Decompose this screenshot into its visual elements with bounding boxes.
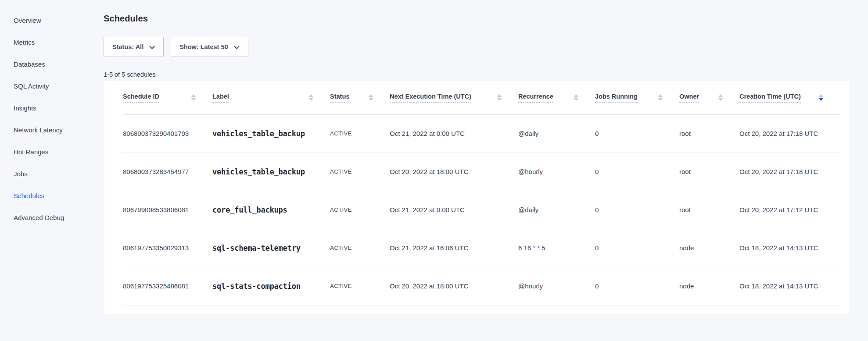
cell-label: sql-stats-compaction [212,267,330,305]
table-row[interactable]: 806800373290401793 vehicles_table_backup… [123,114,840,153]
results-count: 1-5 of 5 schedules [104,71,849,78]
column-header-next-execution-time: Next Execution Time (UTC) [390,81,518,114]
column-header-recurrence: Recurrence [518,81,595,114]
sidebar-item-label: Databases [14,60,45,68]
sidebar-item-label: Jobs [14,170,28,178]
status-filter-label: Status: All [112,43,143,50]
column-label-label[interactable]: Label [212,93,229,103]
cell-jobs-running: 0 [595,229,679,267]
table-body: 806800373290401793 vehicles_table_backup… [123,114,840,305]
table-row[interactable]: 806197753350029313 sql-schema-telemetry … [123,229,840,267]
cell-creation-time: Oct 20, 2022 at 17:18 UTC [739,114,840,153]
cell-label: core_full_backups [212,191,330,229]
cell-recurrence: @hourly [518,267,595,305]
sidebar-item-label: Advanced Debug [14,214,64,221]
show-limit-label: Show: Latest 50 [179,43,228,50]
cell-owner: node [679,267,739,305]
sort-icon[interactable] [309,94,313,101]
column-label-schedule-id[interactable]: Schedule ID [123,93,159,103]
sidebar-item[interactable]: Jobs [0,163,104,185]
sidebar-item-label: SQL Activity [14,82,49,90]
sidebar-item[interactable]: Hot Ranges [0,141,104,163]
cell-owner: node [679,229,739,267]
sidebar-item[interactable]: Schedules [0,185,104,206]
sort-icon[interactable] [574,94,578,101]
cell-jobs-running: 0 [595,114,679,153]
sidebar-nav: Overview Metrics Databases SQL Activity … [0,0,104,341]
cell-schedule-id: 806799098533806081 [123,191,212,229]
cell-recurrence: 6 16 * * 5 [518,229,595,267]
cell-owner: root [679,191,739,229]
cell-next-execution-time: Oct 21, 2022 at 0:00 UTC [390,114,518,153]
sidebar-item[interactable]: SQL Activity [0,75,104,97]
column-label-recurrence[interactable]: Recurrence [518,93,553,103]
show-limit-dropdown[interactable]: Show: Latest 50 [171,37,248,57]
sidebar-item-label: Metrics [14,39,35,46]
column-label-jobs-running[interactable]: Jobs Running [595,93,638,103]
cell-status: ACTIVE [330,229,390,267]
column-header-status: Status [330,81,390,114]
sidebar-item-label: Hot Ranges [14,148,48,156]
cell-jobs-running: 0 [595,267,679,305]
cell-next-execution-time: Oct 20, 2022 at 18:00 UTC [390,267,518,305]
sidebar-item[interactable]: Overview [0,9,104,31]
cell-label: vehicles_table_backup [212,114,330,153]
cell-status: ACTIVE [330,153,390,191]
cell-owner: root [679,114,739,153]
cell-recurrence: @hourly [518,153,595,191]
column-header-creation-time: Creation Time (UTC) [739,81,840,114]
filters-bar: Status: All Show: Latest 50 [104,37,849,57]
column-label-creation-time[interactable]: Creation Time (UTC) [739,93,801,103]
table-row[interactable]: 806197753325486081 sql-stats-compaction … [123,267,840,305]
table-row[interactable]: 806799098533806081 core_full_backups ACT… [123,191,840,229]
sidebar-item[interactable]: Advanced Debug [0,206,104,228]
sidebar-item[interactable]: Network Latency [0,119,104,141]
cell-jobs-running: 0 [595,153,679,191]
cell-schedule-id: 806197753325486081 [123,267,212,305]
chevron-down-icon [234,46,240,50]
column-header-label: Label [212,81,330,114]
sidebar-item-label: Network Latency [14,126,63,134]
cell-creation-time: Oct 18, 2022 at 14:13 UTC [739,267,840,305]
main-content: Schedules Status: All Show: Latest 50 1-… [104,0,868,341]
cell-next-execution-time: Oct 21, 2022 at 0:00 UTC [390,191,518,229]
sidebar-item-label: Insights [14,104,36,112]
cell-schedule-id: 806197753350029313 [123,229,212,267]
sidebar-item[interactable]: Insights [0,97,104,119]
cell-recurrence: @daily [518,191,595,229]
schedules-table-card: Schedule ID Label Stat [104,81,849,314]
table-row[interactable]: 806800373283454977 vehicles_table_backup… [123,153,840,191]
schedules-table: Schedule ID Label Stat [123,81,840,305]
cell-creation-time: Oct 20, 2022 at 17:18 UTC [739,153,840,191]
column-header-schedule-id: Schedule ID [123,81,212,114]
sidebar-item-label: Overview [14,17,41,24]
column-label-status[interactable]: Status [330,93,349,103]
cell-status: ACTIVE [330,267,390,305]
sidebar-item-label: Schedules [14,192,44,199]
sort-icon[interactable] [191,94,196,101]
column-header-jobs-running: Jobs Running [595,81,679,114]
cell-status: ACTIVE [330,114,390,153]
cell-next-execution-time: Oct 20, 2022 at 18:00 UTC [390,153,518,191]
sort-icon[interactable] [369,94,373,101]
cell-creation-time: Oct 20, 2022 at 17:12 UTC [739,191,840,229]
sort-icon-active-desc[interactable] [819,94,823,101]
cell-creation-time: Oct 18, 2022 at 14:13 UTC [739,229,840,267]
column-header-owner: Owner [679,81,739,114]
cell-next-execution-time: Oct 21, 2022 at 16:06 UTC [390,229,518,267]
sort-icon[interactable] [497,94,502,101]
app-layout: Overview Metrics Databases SQL Activity … [0,0,868,341]
page-title: Schedules [104,14,849,23]
status-filter-dropdown[interactable]: Status: All [104,37,164,57]
chevron-down-icon [149,46,155,50]
column-label-owner[interactable]: Owner [679,93,699,103]
cell-owner: root [679,153,739,191]
cell-status: ACTIVE [330,191,390,229]
sidebar-item[interactable]: Databases [0,53,104,75]
sidebar-item[interactable]: Metrics [0,31,104,53]
cell-jobs-running: 0 [595,191,679,229]
column-label-next-execution-time[interactable]: Next Execution Time (UTC) [390,93,471,103]
sort-icon[interactable] [658,94,663,101]
sort-icon[interactable] [718,94,723,101]
sidebar-menu: Overview Metrics Databases SQL Activity … [0,9,104,228]
